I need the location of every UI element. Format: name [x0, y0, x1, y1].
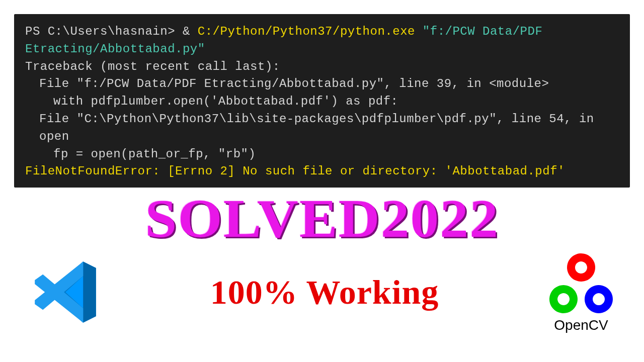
working-text: 100% Working: [210, 273, 439, 312]
traceback-header: Traceback (most recent call last):: [25, 58, 619, 76]
terminal-panel: PS C:\Users\hasnain> & C:/Python/Python3…: [14, 14, 630, 188]
traceback-frame-2-file: File "C:\Python\Python37\lib\site-packag…: [25, 111, 619, 146]
bottom-row: 100% Working OpenCV: [0, 246, 644, 333]
traceback-frame-2-code: fp = open(path_or_fp, "rb"): [25, 146, 619, 163]
vscode-icon: [20, 252, 111, 332]
error-message: FileNotFoundError: [Errno 2] No such fil…: [25, 163, 619, 180]
solved-banner: SOLVED2022: [0, 192, 644, 246]
prompt-text: PS C:\Users\hasnain> &: [25, 25, 198, 38]
solved-text: SOLVED2022: [145, 192, 499, 246]
traceback-frame-1-code: with pdfplumber.open('Abbottabad.pdf') a…: [25, 93, 619, 111]
traceback-frame-1-file: File "f:/PCW Data/PDF Etracting/Abbottab…: [25, 75, 619, 93]
python-executable-path: C:/Python/Python37/python.exe: [198, 25, 423, 38]
opencv-rings-icon: [541, 251, 621, 316]
opencv-logo: OpenCV: [538, 251, 624, 333]
terminal-command-line: PS C:\Users\hasnain> & C:/Python/Python3…: [25, 23, 619, 58]
opencv-label: OpenCV: [554, 317, 608, 333]
